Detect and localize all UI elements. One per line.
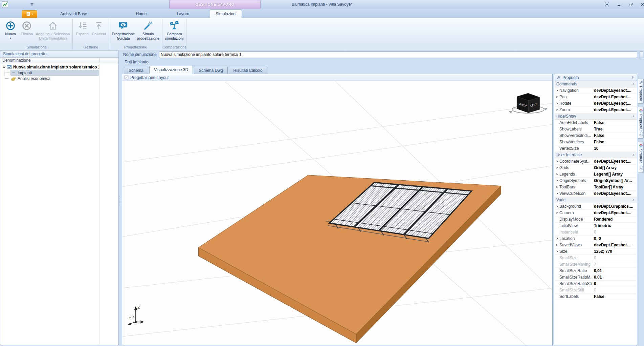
name-field-side-button[interactable] (640, 52, 643, 58)
expand-icon[interactable]: > (555, 192, 559, 195)
property-row-sortlabels[interactable]: SortLabelsFalse (554, 293, 637, 300)
property-row-navigation[interactable]: >NavigationdevDept.Eyeshot.... (554, 87, 637, 94)
property-row-viewcubeicon[interactable]: >ViewCubeIcondevDept.Eyeshot.... (554, 190, 637, 197)
property-section-user-interface[interactable]: User Interface∧ (554, 152, 637, 158)
simulation-name-input[interactable] (159, 52, 637, 58)
property-row-smallsizeratiom[interactable]: SmallSizeRatioM...0,01 (554, 274, 637, 281)
fullscreen-button[interactable] (604, 2, 610, 7)
expand-icon[interactable]: > (555, 160, 559, 163)
property-row-smallsizemoving[interactable]: SmallSizeMoving7 (554, 261, 637, 268)
property-grid: Commands∧>NavigationdevDept.Eyeshot....>… (554, 81, 637, 345)
axis-z-label: Z (137, 305, 140, 309)
expand-icon[interactable]: > (555, 243, 559, 247)
property-row-smallsizeratiostill[interactable]: SmallSizeRatioStill0 (554, 281, 637, 287)
collapse-icon (94, 21, 104, 31)
tab-visualizzazione-3d[interactable]: Visualizzazione 3D (149, 66, 193, 74)
collapse-chevron-icon[interactable]: ∧ (632, 197, 635, 203)
property-row-instanceid[interactable]: InstanceId0 (554, 229, 637, 236)
nuova-button[interactable]: Nuova▾ (2, 19, 19, 40)
coins-icon (11, 76, 16, 81)
tab-schema[interactable]: Schema (124, 67, 148, 74)
3d-canvas[interactable]: BACK LEFT Z Y X (122, 81, 552, 345)
property-row-legends[interactable]: >LegendsLegend[] Array (554, 171, 637, 178)
expand-icon[interactable]: > (555, 205, 559, 208)
tree-expander-icon[interactable] (2, 65, 6, 69)
property-value: False (592, 293, 637, 300)
property-section-varie[interactable]: Varie∧ (554, 197, 637, 203)
minimize-button[interactable] (616, 2, 622, 7)
expand-icon[interactable]: > (555, 250, 559, 253)
property-row-vertexsize[interactable]: VertexSize10 (554, 145, 637, 152)
restore-button[interactable] (627, 2, 634, 7)
property-label-cell: SmallSizeMoving (554, 261, 592, 267)
expand-icon[interactable]: > (555, 108, 559, 111)
tree-item-impianti[interactable]: Impianti (0, 70, 99, 76)
property-label: Location (559, 236, 575, 241)
property-row-camera[interactable]: >CameradevDept.Eyeshot.... (554, 210, 637, 216)
property-row-displaymode[interactable]: DisplayModeRendered (554, 216, 637, 223)
view-cube[interactable]: BACK LEFT (509, 93, 548, 114)
property-row-grids[interactable]: >GridsGrid[] Array (554, 165, 637, 171)
expand-icon[interactable]: > (555, 166, 559, 169)
tree-item-analisi-economica[interactable]: Analisi economica (0, 76, 99, 81)
property-row-toolbars[interactable]: >ToolBarsToolBar[] Array (554, 184, 637, 190)
ribbon-tab-lavoro[interactable]: Lavoro (171, 10, 195, 18)
property-section-commands[interactable]: Commands∧ (554, 81, 637, 87)
property-label: ToolBars (559, 185, 575, 189)
ribbon-tab-home[interactable]: Home (130, 10, 152, 18)
property-label: SmallSizeRatio (559, 268, 587, 273)
expand-icon[interactable]: > (555, 237, 559, 240)
expand-icon[interactable]: > (555, 102, 559, 105)
expand-icon[interactable]: > (555, 95, 559, 99)
axis-x-label: X (132, 315, 134, 319)
collapse-chevron-icon[interactable]: ∧ (632, 113, 635, 119)
ribbon-group-comparazione: ABComparasimulazioniComparazione (162, 19, 186, 50)
property-row-location[interactable]: >Location0; 0 (554, 236, 637, 242)
property-row-smallsizestill[interactable]: SmallSizeStill0 (554, 287, 637, 293)
ribbon-group-label: Simulazione (1, 45, 72, 49)
expand-icon[interactable]: > (555, 179, 559, 182)
dock-tab-struttura-ifc[interactable]: Struttura IFC (638, 142, 644, 173)
ribbon-tab-archivi-di-base[interactable]: Archivi di Base (55, 10, 92, 18)
property-row-showvertexindi[interactable]: ShowVertexIndi...False (554, 133, 637, 139)
property-row-pan[interactable]: >PandevDept.Eyeshot.... (554, 94, 637, 100)
ribbon-tab-simulazioni[interactable]: Simulazioni (210, 9, 242, 18)
simula-button[interactable]: Simulaprogettazione (136, 19, 160, 41)
property-row-smallsize[interactable]: SmallSize0 (554, 255, 637, 261)
property-row-autohidelabels[interactable]: AutoHideLabelsFalse (554, 120, 637, 126)
property-row-rotate[interactable]: >RotatedevDept.Eyeshot.... (554, 100, 637, 107)
compara-button[interactable]: ABComparasimulazioni (164, 19, 184, 41)
property-row-originsymbols[interactable]: >OriginSymbolsOriginSymbol[] Ar... (554, 178, 637, 184)
tab-risultati-calcolo[interactable]: Risultati Calcolo (229, 67, 267, 74)
column-header-denominazione[interactable]: Denominazione (0, 58, 118, 63)
expand-icon[interactable]: > (555, 185, 559, 189)
property-row-savedviews[interactable]: >SavedViewsdevDept.Eyeshot.... (554, 242, 637, 248)
progettazione-button[interactable]: ProgettazioneGuidata (111, 19, 136, 41)
pin-icon[interactable] (631, 76, 635, 80)
property-row-showvertices[interactable]: ShowVerticesFalse (554, 139, 637, 145)
property-row-size[interactable]: >Size1252; 770 (554, 248, 637, 255)
property-row-smallsizeratio[interactable]: SmallSizeRatio0,01 (554, 268, 637, 274)
property-row-zoom[interactable]: >ZoomdevDept.Eyeshot.... (554, 107, 637, 113)
dock-tab-propriet[interactable]: Proprietà (638, 79, 644, 104)
property-row-initialview[interactable]: InitialViewTrimetric (554, 223, 637, 229)
application-menu-button[interactable]: ▾ (22, 10, 37, 18)
expand-icon[interactable]: > (555, 211, 559, 215)
collapse-chevron-icon[interactable]: ∧ (632, 81, 635, 87)
property-row-showlabels[interactable]: ShowLabelsTrue (554, 126, 637, 133)
property-row-coordinatesyst[interactable]: >CoordinateSyst...devDept.Eyeshot.... (554, 158, 637, 165)
property-value: 7 (592, 261, 637, 267)
tab-schema-dwg[interactable]: Schema Dwg (194, 67, 227, 74)
expand-icon[interactable]: > (555, 172, 559, 176)
property-label: Legends (559, 172, 575, 177)
property-section-hide-show[interactable]: Hide/Show∧ (554, 113, 637, 120)
close-button[interactable] (639, 2, 644, 7)
property-row-background[interactable]: >BackgrounddevDept.Graphics.... (554, 203, 637, 210)
property-value: Legend[] Array (592, 171, 637, 177)
panel-splitter[interactable] (118, 50, 121, 345)
dash-icon (11, 70, 16, 75)
dock-tab-propriet-ifc[interactable]: Proprietà IFC (638, 107, 644, 139)
tree-item-nuova-simulazione-impianto-solare-termico-1[interactable]: Nuova simulazione impianto solare termic… (0, 64, 99, 70)
collapse-chevron-icon[interactable]: ∧ (632, 152, 635, 158)
expand-icon[interactable]: > (555, 89, 559, 92)
